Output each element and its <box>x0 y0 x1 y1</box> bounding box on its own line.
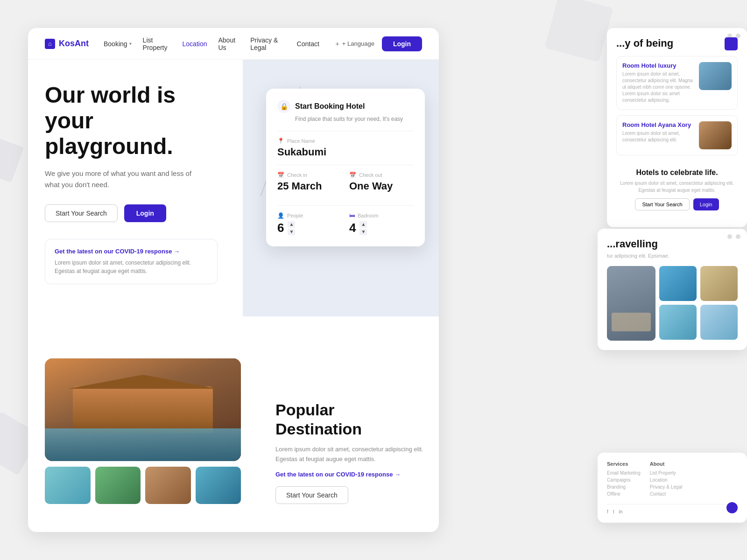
hotel-ayana-title: Room Hotel Ayana Xory <box>622 121 694 128</box>
travel-thumb-1 <box>659 266 697 301</box>
covid-link[interactable]: Get the latest on our COVID-19 response … <box>55 248 208 255</box>
location-icon: 📍 <box>277 138 284 144</box>
bedroom-decrement-button[interactable]: ▼ <box>359 229 367 235</box>
gallery-thumbnails <box>45 467 241 504</box>
facebook-icon[interactable]: f <box>607 509 608 514</box>
checkin-value: 25 March <box>277 180 342 192</box>
booking-title: Start Booking Hotel <box>295 102 365 111</box>
hotel-ayana-card: Room Hotel Ayana Xory Lorem ipsum dolor … <box>616 115 738 155</box>
joy-title: ...y of being <box>616 37 738 49</box>
calendar-icon2: 📅 <box>349 172 356 178</box>
gallery-thumb-3[interactable] <box>145 467 191 504</box>
celebrate-desc: Lorem ipsum dolor sit amet, consectetur … <box>616 180 738 194</box>
street <box>612 313 651 331</box>
travelling-desc: tur adipiscing elit. Epsimae. <box>607 253 738 259</box>
travel-photo-column <box>659 266 697 340</box>
bedroom-label: 🛏 Badroom <box>349 212 414 219</box>
hero-search-button[interactable]: Start Your Search <box>45 204 118 222</box>
footer-social: f t in <box>607 509 738 514</box>
footer-offline[interactable]: Offline <box>607 491 641 497</box>
travel-photo-column2 <box>700 266 738 340</box>
gallery-thumb-2[interactable] <box>95 467 141 504</box>
nav-location[interactable]: Location <box>183 40 207 48</box>
nav-privacy[interactable]: Privacy & Legal <box>250 36 285 51</box>
popular-description: Lorem ipsum dolor sit amet, consectetur … <box>275 445 425 464</box>
popular-title: Popular Destination <box>275 400 425 439</box>
bedroom-stepper: 4 ▲ ▼ <box>349 221 414 235</box>
nav-right: ＋ + Language Login <box>334 36 422 51</box>
bedroom-col: 🛏 Badroom 4 ▲ ▼ <box>349 212 414 235</box>
travelling-control-dot2[interactable] <box>736 234 740 239</box>
instagram-icon[interactable]: in <box>619 509 623 514</box>
covid-text: Lorem ipsum dolor sit amet, consectetur … <box>55 259 208 275</box>
people-col: 👤 People 6 ▲ ▼ <box>277 212 342 235</box>
footer-contact[interactable]: Contact <box>650 491 682 497</box>
joy-bottom-buttons: Start Your Search Login <box>616 198 738 210</box>
footer-list-property[interactable]: List Property <box>650 470 682 476</box>
joy-card: ...y of being Room Hotel luxury Lorem ip… <box>607 28 747 227</box>
people-increment-button[interactable]: ▲ <box>288 221 295 228</box>
popular-covid-link[interactable]: Get the latest on our COVID-19 response … <box>275 471 425 478</box>
hero-title: Our world is your playground. <box>45 82 222 160</box>
resort-image <box>45 358 241 461</box>
about-title: About <box>650 461 682 467</box>
booking-divider <box>277 131 414 131</box>
footer-services-col: Services Email Marketing Campaigns Brand… <box>607 461 641 498</box>
hotel-luxury-desc: Lorem ipsum dolor sit amet, consectetur … <box>622 71 694 104</box>
gallery-section <box>45 358 241 504</box>
footer-campaigns[interactable]: Campaigns <box>607 477 641 483</box>
travelling-title: ...ravelling <box>607 238 738 250</box>
people-bedroom-row: 👤 People 6 ▲ ▼ 🛏 Badroom 4 <box>277 212 414 235</box>
navbar: ⌂ KosAnt Booking ▾ List Property Locatio… <box>28 28 439 60</box>
checkin-label: 📅 Check in <box>277 172 342 178</box>
nav-booking[interactable]: Booking ▾ <box>104 40 132 48</box>
booking-lock-icon: 🔒 <box>277 100 290 113</box>
booking-divider2 <box>277 165 414 165</box>
bedroom-increment-button[interactable]: ▲ <box>359 221 367 228</box>
checkout-col: 📅 Check out One Way <box>349 172 414 199</box>
language-button[interactable]: ＋ + Language <box>334 40 374 48</box>
travel-thumb-2 <box>659 305 697 340</box>
booking-card: 🔒 Start Booking Hotel Find place that su… <box>266 89 425 246</box>
gallery-thumb-4[interactable] <box>196 467 241 504</box>
hotel-ayana-image <box>699 121 732 149</box>
booking-subtitle: Find place that suits for your need, It'… <box>277 116 414 122</box>
people-stepper-buttons: ▲ ▼ <box>288 221 295 235</box>
login-button[interactable]: Login <box>382 36 422 51</box>
travelling-control-dot[interactable] <box>727 234 732 239</box>
booking-header: 🔒 Start Booking Hotel <box>277 100 414 113</box>
gallery-thumb-1[interactable] <box>45 467 91 504</box>
people-decrement-button[interactable]: ▼ <box>288 229 295 235</box>
gallery-overlay <box>45 358 241 461</box>
covid-banner: Get the latest on our COVID-19 response … <box>45 239 218 284</box>
bed-icon: 🛏 <box>349 212 355 219</box>
logo[interactable]: ⌂ KosAnt <box>45 39 89 49</box>
footer-email-marketing[interactable]: Email Marketing <box>607 470 641 476</box>
bedroom-value: 4 <box>349 221 356 235</box>
bedroom-stepper-buttons: ▲ ▼ <box>359 221 367 235</box>
hotel-luxury-text: Room Hotel luxury Lorem ipsum dolor sit … <box>622 62 694 104</box>
joy-login-button[interactable]: Login <box>693 198 719 210</box>
hotel-ayana-desc: Lorem ipsum dolor sit amet, consectetur … <box>622 130 694 143</box>
bg-cube-3 <box>545 0 613 62</box>
hero-login-button[interactable]: Login <box>124 204 166 222</box>
nav-list-property[interactable]: List Property <box>143 36 171 51</box>
travel-thumb-3 <box>700 266 738 301</box>
footer-card: Services Email Marketing Campaigns Brand… <box>598 453 747 523</box>
travel-main-photo <box>607 266 655 341</box>
checkin-col: 📅 Check in 25 March <box>277 172 342 199</box>
checkin-checkout-row: 📅 Check in 25 March 📅 Check out One Way <box>277 172 414 199</box>
chevron-down-icon: ▾ <box>129 41 132 46</box>
footer-branding[interactable]: Branding <box>607 484 641 490</box>
joy-search-button[interactable]: Start Your Search <box>635 198 689 210</box>
nav-contact[interactable]: Contact <box>297 40 319 48</box>
celebrate-section: Hotels to celebrate life. Lorem ipsum do… <box>616 161 738 218</box>
twitter-icon[interactable]: t <box>613 509 614 514</box>
nav-about[interactable]: About Us <box>218 36 239 51</box>
footer-privacy[interactable]: Privacy & Legal <box>650 484 682 490</box>
popular-search-button[interactable]: Start Your Search <box>275 486 348 504</box>
calendar-icon: 📅 <box>277 172 284 178</box>
footer-about-col: About List Property Location Privacy & L… <box>650 461 682 498</box>
footer-location[interactable]: Location <box>650 477 682 483</box>
place-name-label: 📍 Place Name <box>277 138 414 144</box>
